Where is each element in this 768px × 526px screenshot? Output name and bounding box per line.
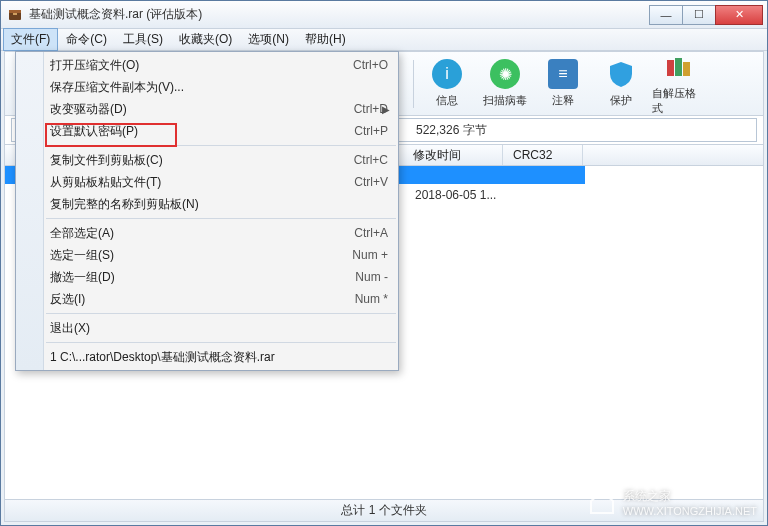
comment-button[interactable]: ≡ 注释 [534, 55, 592, 112]
toolbar-separator [413, 60, 414, 108]
status-text: 总计 1 个文件夹 [341, 502, 426, 519]
maximize-button[interactable]: ☐ [682, 5, 716, 25]
app-window: 基础测试概念资料.rar (评估版本) — ☐ ✕ 文件(F) 命令(C) 工具… [0, 0, 768, 526]
books-icon [664, 52, 694, 82]
window-controls: — ☐ ✕ [650, 5, 763, 25]
app-icon [7, 7, 23, 23]
menu-separator [46, 145, 396, 146]
menu-set-password[interactable]: 设置默认密码(P)Ctrl+P [16, 120, 398, 142]
statusbar: 总计 1 个文件夹 [5, 499, 763, 521]
header-modified[interactable]: 修改时间 [403, 145, 503, 165]
menu-recent-file[interactable]: 1 C:\...rator\Desktop\基础测试概念资料.rar [16, 346, 398, 368]
menu-open-archive[interactable]: 打开压缩文件(O)Ctrl+O [16, 54, 398, 76]
titlebar[interactable]: 基础测试概念资料.rar (评估版本) — ☐ ✕ [1, 1, 767, 29]
menu-deselect-group[interactable]: 撤选一组(D)Num - [16, 266, 398, 288]
menu-file[interactable]: 文件(F) [3, 28, 58, 51]
menu-change-drive[interactable]: 改变驱动器(D)Ctrl+D▶ [16, 98, 398, 120]
minimize-button[interactable]: — [649, 5, 683, 25]
svg-rect-3 [667, 60, 674, 76]
shield-icon [606, 59, 636, 89]
svg-rect-2 [13, 13, 17, 15]
info-button[interactable]: i 信息 [418, 55, 476, 112]
virus-icon: ✺ [490, 59, 520, 89]
menu-separator [46, 218, 396, 219]
svg-rect-1 [9, 10, 21, 13]
menubar: 文件(F) 命令(C) 工具(S) 收藏夹(O) 选项(N) 帮助(H) [1, 29, 767, 51]
header-crc[interactable]: CRC32 [503, 145, 583, 165]
menu-select-group[interactable]: 选定一组(S)Num + [16, 244, 398, 266]
svg-rect-4 [675, 58, 682, 76]
menu-tools[interactable]: 工具(S) [115, 28, 171, 51]
sfx-button[interactable]: 自解压格式 [650, 52, 708, 116]
menu-favorites[interactable]: 收藏夹(O) [171, 28, 240, 51]
menu-select-all[interactable]: 全部选定(A)Ctrl+A [16, 222, 398, 244]
protect-button[interactable]: 保护 [592, 55, 650, 112]
comment-icon: ≡ [548, 59, 578, 89]
menu-options[interactable]: 选项(N) [240, 28, 297, 51]
menu-help[interactable]: 帮助(H) [297, 28, 354, 51]
svg-rect-5 [683, 62, 690, 76]
window-title: 基础测试概念资料.rar (评估版本) [29, 6, 650, 23]
menu-exit[interactable]: 退出(X) [16, 317, 398, 339]
menu-separator [46, 342, 396, 343]
menu-paste-files[interactable]: 从剪贴板粘贴文件(T)Ctrl+V [16, 171, 398, 193]
menu-copy-names[interactable]: 复制完整的名称到剪贴板(N) [16, 193, 398, 215]
menu-separator [46, 313, 396, 314]
menu-command[interactable]: 命令(C) [58, 28, 115, 51]
scan-button[interactable]: ✺ 扫描病毒 [476, 55, 534, 112]
info-icon: i [432, 59, 462, 89]
chevron-right-icon: ▶ [382, 104, 390, 115]
file-menu-dropdown: 打开压缩文件(O)Ctrl+O 保存压缩文件副本为(V)... 改变驱动器(D)… [15, 51, 399, 371]
menu-save-copy[interactable]: 保存压缩文件副本为(V)... [16, 76, 398, 98]
close-button[interactable]: ✕ [715, 5, 763, 25]
menu-copy-files[interactable]: 复制文件到剪贴板(C)Ctrl+C [16, 149, 398, 171]
path-text: 522,326 字节 [416, 122, 487, 139]
menu-invert-selection[interactable]: 反选(I)Num * [16, 288, 398, 310]
